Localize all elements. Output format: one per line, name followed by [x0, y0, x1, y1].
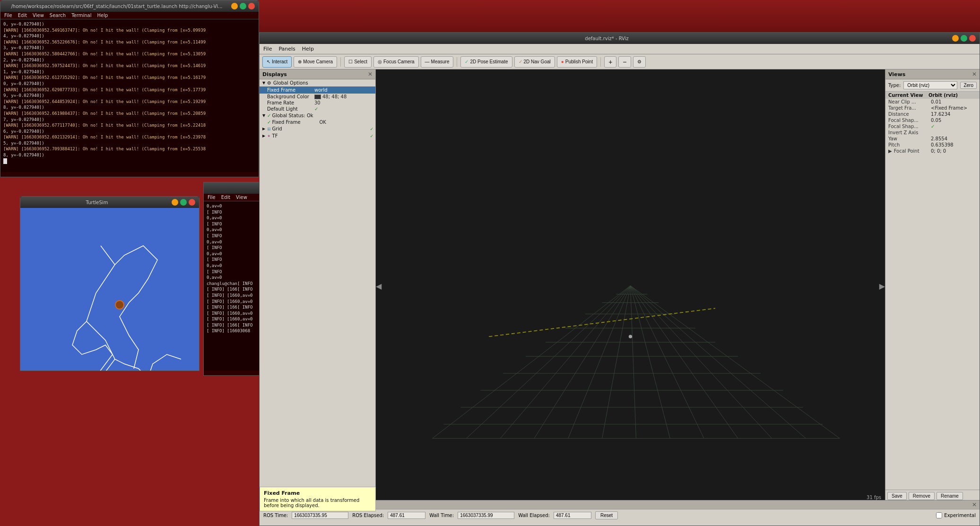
displays-panel: Displays ✕ ▼ ⚙ Global Options Fixed Fram… — [260, 69, 376, 502]
tf-row[interactable]: ▶ ✦ TF ✓ — [260, 132, 375, 139]
select-icon: ☐ — [348, 59, 353, 64]
tf-label: TF — [272, 133, 278, 138]
global-options-row[interactable]: ▼ ⚙ Global Options — [260, 79, 375, 86]
rviz-maximize[interactable] — [961, 35, 967, 42]
color-swatch — [314, 95, 321, 99]
background-color-row[interactable]: Background Color 48; 48; 48 — [260, 94, 375, 100]
select-button[interactable]: ☐ Select — [344, 56, 372, 68]
near-clip-value: 0.01 — [931, 99, 977, 104]
move-camera-button[interactable]: ⊕ Move Camera — [294, 56, 337, 68]
wall-elapsed-input[interactable] — [554, 512, 591, 519]
terminal-line: [WARN] [1663036952.692132914]: Oh no! I … — [3, 134, 256, 140]
turtle-trails-svg — [20, 208, 199, 371]
terminal2-menu-view[interactable]: View — [236, 195, 247, 200]
turtlesim-minimize[interactable] — [172, 199, 178, 206]
viewport-right-arrow[interactable]: ▶ — [879, 281, 885, 290]
wall-time-input[interactable] — [458, 512, 514, 519]
focus-camera-button[interactable]: ◎ Focus Camera — [373, 56, 419, 68]
rviz-titlebar: default.rviz* - RViz — [260, 33, 980, 44]
views-save-button[interactable]: Save — [887, 492, 907, 500]
pitch-label: Pitch — [888, 142, 931, 147]
views-close-button[interactable]: ✕ — [972, 71, 977, 78]
terminal-line: [WARN] [1663036952.612735292]: Oh no! I … — [3, 75, 256, 81]
terminal2-menu-file[interactable]: File — [208, 195, 216, 200]
default-light-label: Default Light — [267, 106, 314, 112]
measure-button[interactable]: — Measure — [421, 56, 454, 68]
publish-point-button[interactable]: ● Publish Point — [557, 56, 597, 68]
pose-estimate-button[interactable]: ✓ 2D Pose Estimate — [460, 56, 512, 68]
wall-time-label: Wall Time: — [429, 513, 454, 518]
views-remove-button[interactable]: Remove — [909, 492, 935, 500]
time-reset-button[interactable]: Reset — [595, 511, 618, 519]
terminal-1-minimize[interactable] — [231, 3, 238, 9]
terminal-line: 8, y=-0.027940]) — [3, 152, 256, 158]
target-frame-label: Target Fra... — [888, 105, 931, 111]
global-status-row[interactable]: ▼ ✓ Global Status: Ok — [260, 112, 375, 119]
distance-row: Distance 17.6234 — [885, 111, 980, 117]
default-light-row[interactable]: Default Light ✓ — [260, 106, 375, 112]
terminal-menu-file[interactable]: File — [4, 13, 12, 18]
terminal-menu-search[interactable]: Search — [50, 13, 66, 18]
ros-time-input[interactable] — [292, 512, 348, 519]
fixed-frame-status-row[interactable]: ✓ Fixed Frame OK — [260, 119, 375, 125]
toolbar-minus-button[interactable]: − — [618, 56, 631, 68]
distance-label: Distance — [888, 112, 931, 117]
displays-close-button[interactable]: ✕ — [368, 71, 373, 78]
views-rename-button[interactable]: Rename — [937, 492, 963, 500]
turtlesim-maximize[interactable] — [180, 199, 187, 206]
terminal-line: 0, y=-0.027940]) — [3, 21, 256, 27]
frame-rate-row[interactable]: Frame Rate 30 — [260, 100, 375, 106]
rviz-minimize[interactable] — [952, 35, 959, 42]
terminal-line: [WARN] [1663036952.661980437]: Oh no! I … — [3, 111, 256, 117]
terminal-menu-help[interactable]: Help — [97, 13, 108, 18]
fixed-frame-row[interactable]: Fixed Frame world — [260, 86, 375, 94]
rviz-viewport[interactable]: ◀ ▶ 31 fps — [376, 69, 885, 502]
terminal-line: [WARN] [1663036952.549163747]: Oh no! I … — [3, 27, 256, 34]
turtlesim-close[interactable] — [189, 199, 195, 206]
views-zero-button[interactable]: Zero — [960, 82, 977, 89]
terminal-line: [WARN] [1663036952.629877733]: Oh no! I … — [3, 87, 256, 93]
ros-elapsed-label: ROS Elapsed: — [352, 513, 384, 518]
default-light-value: ✓ — [314, 106, 373, 112]
terminal-cursor-line — [3, 158, 256, 164]
focal-shape2-label: Focal Shap... — [888, 124, 931, 129]
fps-display: 31 fps — [867, 495, 881, 500]
distance-value: 17.6234 — [931, 112, 977, 117]
experimental-checkbox[interactable] — [936, 512, 942, 518]
time-panel-close[interactable]: ✕ — [972, 501, 977, 508]
rviz-menu-help[interactable]: Help — [302, 46, 314, 52]
terminal-menu-edit[interactable]: Edit — [18, 13, 27, 18]
ros-elapsed-input[interactable] — [388, 512, 425, 519]
views-title: Views — [888, 71, 905, 78]
views-type-dropdown[interactable]: Orbit (rviz) — [903, 81, 957, 89]
interact-button[interactable]: ↖ Interact — [262, 56, 292, 68]
grid-icon: ⊞ — [267, 127, 271, 131]
fixed-frame-value: world — [314, 87, 373, 93]
grid-row[interactable]: ▶ ⊞ Grid ✓ — [260, 125, 375, 132]
views-panel: Views ✕ Type: Orbit (rviz) Zero Current … — [885, 69, 980, 502]
terminal2-menu-edit[interactable]: Edit — [221, 195, 230, 200]
terminal-menu-view[interactable]: View — [33, 13, 44, 18]
turtlesim-window: TurtleSim — [20, 196, 199, 371]
terminal-1-maximize[interactable] — [240, 3, 246, 9]
rviz-menu-file[interactable]: File — [263, 46, 272, 52]
interact-icon: ↖ — [267, 59, 270, 64]
tf-check: ✓ — [370, 134, 373, 138]
turtle-sprite — [115, 300, 124, 310]
toolbar-plus-button[interactable]: + — [604, 56, 616, 68]
rviz-body: Displays ✕ ▼ ⚙ Global Options Fixed Fram… — [260, 69, 980, 502]
terminal-menu-terminal[interactable]: Terminal — [71, 13, 91, 18]
toolbar-settings-button[interactable]: ⚙ — [633, 56, 646, 68]
rviz-close[interactable] — [969, 35, 976, 42]
nav-goal-button[interactable]: ✓ 2D Nav Goal — [514, 56, 555, 68]
terminal-line: [WARN] [1663036952.677117740]: Oh no! I … — [3, 122, 256, 129]
wall-elapsed-label: Wall Elapsed: — [518, 513, 550, 518]
viewport-left-arrow[interactable]: ◀ — [376, 281, 382, 290]
grid-arrow: ▶ — [261, 127, 266, 131]
terminal-1-close[interactable] — [248, 3, 255, 9]
measure-icon: — — [425, 59, 430, 64]
terminal-line: [WARN] [1663036952.580442766]: Oh no! I … — [3, 51, 256, 57]
move-camera-icon: ⊕ — [298, 59, 302, 64]
toolbar-separator-3 — [600, 57, 601, 67]
rviz-menu-panels[interactable]: Panels — [278, 46, 295, 52]
